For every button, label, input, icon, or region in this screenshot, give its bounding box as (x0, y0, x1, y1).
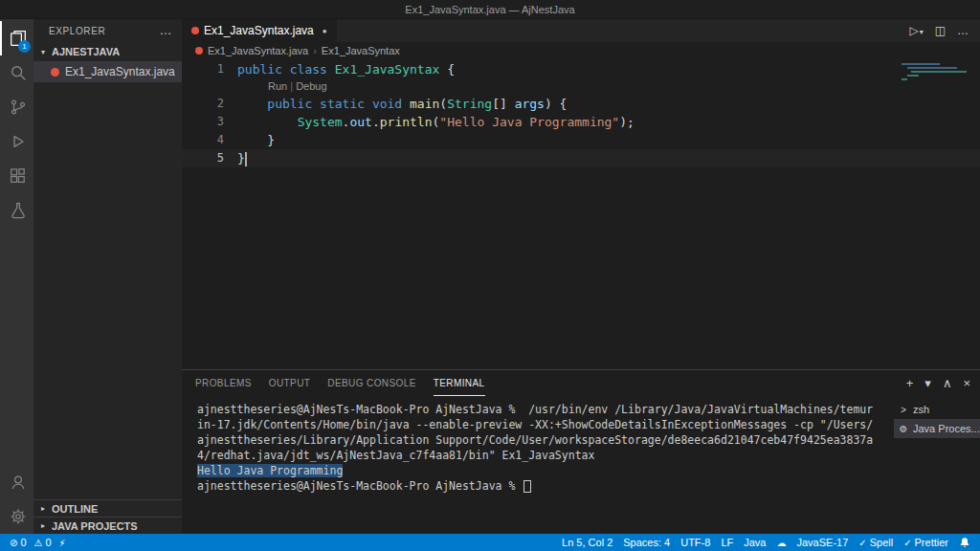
workspace-folder-row[interactable]: ▾ AJNESTJAVA (33, 42, 182, 61)
minimap-line (902, 78, 907, 80)
activity-run-debug[interactable] (0, 124, 33, 159)
terminal-line: 4/redhat.java/jdt_ws/AjNestJava_c7f4aa81… (197, 448, 894, 463)
code-line[interactable]: 3 System.out.println("Hello Java Program… (182, 113, 980, 131)
status-text: Java (744, 537, 766, 548)
code-token: [] (492, 97, 514, 111)
new-terminal-button[interactable]: + (906, 376, 914, 390)
status-prettier[interactable]: ✓Prettier (903, 537, 948, 548)
minimap[interactable] (902, 63, 970, 80)
code-token: ); (619, 115, 635, 129)
modified-indicator[interactable]: ● (323, 27, 327, 35)
breadcrumb: Ex1_JavaSyntax.java › Ex1_JavaSyntax (182, 42, 980, 58)
codelens-separator: | (287, 80, 296, 92)
extensions-icon (10, 167, 27, 185)
bolt-icon: ⚡ (59, 538, 66, 548)
terminal-list: >zsh⚙Java Proces... (894, 396, 980, 534)
sidebar-more-actions-button[interactable]: … (159, 26, 172, 35)
terminal-line: in-17.jdk/Contents/Home/bin/java --enabl… (197, 417, 894, 432)
gear-icon: ⚙ (898, 424, 909, 434)
more-actions-button[interactable]: … (957, 24, 969, 37)
code-line-content: public class Ex1_JavaSyntax { (224, 60, 455, 78)
terminal-list-item[interactable]: ⚙Java Proces... (894, 419, 980, 438)
status-cursor-position[interactable]: Ln 5, Col 2 (562, 537, 612, 548)
status-java-runtime[interactable]: JavaSE-17 (796, 537, 848, 548)
sidebar-section-java-projects[interactable]: ▸ JAVA PROJECTS (33, 517, 182, 534)
line-number[interactable]: 1 (182, 60, 224, 78)
panel-body: ajnesttheseries@AjNesTs-MacBook-Pro AjNe… (182, 396, 980, 534)
close-panel-button[interactable]: × (963, 376, 970, 390)
code-token: ( (439, 97, 447, 111)
code-line[interactable]: 5} (182, 149, 980, 167)
line-number[interactable]: 2 (182, 95, 224, 113)
check-icon: ✓ (903, 538, 911, 548)
panel-tab-terminal[interactable]: TERMINAL (434, 370, 485, 396)
activity-source-control[interactable] (0, 90, 33, 124)
notifications-bell[interactable] (959, 537, 970, 548)
status-indentation[interactable]: Spaces: 4 (623, 537, 670, 548)
activity-explorer[interactable]: 1 (0, 21, 33, 55)
panel-tab-debug-console[interactable]: DEBUG CONSOLE (327, 370, 415, 396)
terminal-cursor (523, 480, 531, 493)
panel-tab-problems[interactable]: PROBLEMS (195, 370, 252, 396)
java-file-icon (191, 27, 199, 34)
split-editor-button[interactable]: ◫ (935, 24, 946, 37)
code-line[interactable]: 2 public static void main(String[] args)… (182, 95, 980, 113)
activity-search[interactable] (0, 55, 33, 90)
tab-label: Ex1_JavaSyntax.java (204, 24, 314, 37)
bottom-panel: PROBLEMSOUTPUTDEBUG CONSOLETERMINAL + ▾ … (182, 369, 980, 534)
status-problems-errors[interactable]: ⊘0 (10, 537, 27, 548)
terminal-text: in-17.jdk/Contents/Home/bin/java --enabl… (197, 418, 873, 431)
line-number[interactable]: 4 (182, 131, 224, 149)
java-file-icon (51, 68, 59, 77)
codelens-row: Run | Debug (182, 78, 980, 95)
activity-settings[interactable] (0, 499, 33, 534)
beaker-icon (10, 202, 27, 219)
activity-account[interactable] (0, 465, 33, 499)
status-text: Spell (870, 537, 893, 548)
terminal-text: ajnesttheseries@AjNesTs-MacBook-Pro AjNe… (197, 403, 873, 416)
code-token: String (447, 97, 492, 111)
status-ports[interactable]: ⚡ (59, 538, 66, 548)
code-line-content: } (224, 131, 275, 149)
status-spell-checker[interactable]: ✓Spell (858, 537, 893, 548)
code-token: main (410, 97, 439, 111)
status-bar-right: Ln 5, Col 2Spaces: 4UTF-8LFJava☁JavaSE-1… (562, 537, 970, 548)
code-line[interactable]: 1public class Ex1_JavaSyntax { (182, 60, 980, 78)
terminal-output[interactable]: ajnesttheseries@AjNesTs-MacBook-Pro AjNe… (182, 396, 894, 534)
status-encoding[interactable]: UTF-8 (680, 537, 710, 548)
chevron-down-icon: ▾ (920, 28, 924, 36)
code-token: ) { (545, 97, 567, 111)
breadcrumb-symbol[interactable]: Ex1_JavaSyntax (322, 45, 400, 56)
activity-extensions[interactable] (0, 159, 33, 193)
breadcrumb-file[interactable]: Ex1_JavaSyntax.java (208, 45, 308, 56)
outline-label: OUTLINE (52, 503, 98, 515)
editor[interactable]: 1public class Ex1_JavaSyntax {Run | Debu… (182, 58, 980, 369)
status-text: Ln 5, Col 2 (562, 537, 612, 548)
code-line-content: } (224, 149, 247, 167)
activity-testing[interactable] (0, 193, 33, 228)
status-cloud-sync[interactable]: ☁ (776, 538, 786, 548)
codelens-debug-link[interactable]: Debug (296, 80, 326, 92)
status-language-mode[interactable]: Java (744, 537, 766, 548)
panel-tab-output[interactable]: OUTPUT (269, 370, 311, 396)
title-bar: Ex1_JavaSyntax.java — AjNestJava (0, 0, 980, 19)
status-eol[interactable]: LF (721, 537, 733, 548)
maximize-panel-button[interactable]: ∧ (943, 376, 952, 390)
terminal-dropdown-button[interactable]: ▾ (924, 376, 931, 390)
code-line[interactable]: 4 } (182, 131, 980, 149)
line-number[interactable]: 5 (182, 149, 224, 167)
check-icon: ✓ (858, 538, 866, 548)
code-token: out (349, 115, 371, 129)
run-java-button[interactable]: ▷▾ (909, 24, 923, 37)
tab-ex1-javasyntax[interactable]: Ex1_JavaSyntax.java ● (182, 19, 337, 42)
file-item[interactable]: Ex1_JavaSyntax.java (33, 61, 182, 82)
account-icon (10, 474, 27, 491)
line-number[interactable]: 3 (182, 113, 224, 131)
code-token (237, 97, 267, 111)
run-debug-icon (10, 133, 27, 150)
terminal-list-item[interactable]: >zsh (894, 400, 980, 419)
file-name: Ex1_JavaSyntax.java (65, 65, 175, 78)
codelens-run-link[interactable]: Run (268, 80, 287, 92)
status-problems-warnings[interactable]: ⚠0 (34, 537, 52, 548)
sidebar-section-outline[interactable]: ▸ OUTLINE (33, 499, 182, 517)
